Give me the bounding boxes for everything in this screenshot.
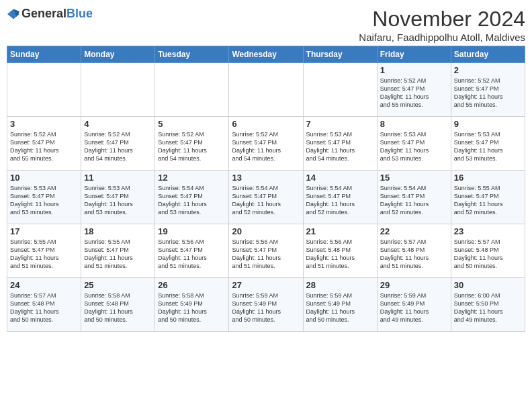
header-saturday: Saturday [451,46,525,63]
day-cell: 11Sunrise: 5:53 AM Sunset: 5:47 PM Dayli… [81,171,155,224]
day-cell: 23Sunrise: 5:57 AM Sunset: 5:48 PM Dayli… [451,224,525,278]
day-number: 27 [232,280,300,290]
day-cell: 27Sunrise: 5:59 AM Sunset: 5:49 PM Dayli… [229,278,303,332]
day-cell [303,63,377,117]
day-info: Sunrise: 5:58 AM Sunset: 5:48 PM Dayligh… [84,291,152,324]
day-cell: 26Sunrise: 5:58 AM Sunset: 5:49 PM Dayli… [155,278,229,332]
day-number: 25 [84,280,152,290]
header-thursday: Thursday [303,46,377,63]
day-cell: 15Sunrise: 5:54 AM Sunset: 5:47 PM Dayli… [377,171,451,224]
calendar-body: 1Sunrise: 5:52 AM Sunset: 5:47 PM Daylig… [7,63,525,332]
day-info: Sunrise: 5:52 AM Sunset: 5:47 PM Dayligh… [232,130,300,163]
location-title: Naifaru, Faadhippolhu Atoll, Maldives [359,32,525,43]
day-cell: 22Sunrise: 5:57 AM Sunset: 5:48 PM Dayli… [377,224,451,278]
day-info: Sunrise: 5:52 AM Sunset: 5:47 PM Dayligh… [454,77,522,109]
week-row-0: 1Sunrise: 5:52 AM Sunset: 5:47 PM Daylig… [7,63,525,117]
calendar-header: SundayMondayTuesdayWednesdayThursdayFrid… [7,46,525,63]
day-number: 4 [84,119,152,129]
day-info: Sunrise: 5:52 AM Sunset: 5:47 PM Dayligh… [84,130,152,163]
day-number: 29 [380,280,448,290]
day-number: 6 [232,119,300,129]
day-number: 22 [380,226,448,236]
page-header: GeneralBlue November 2024 Naifaru, Faadh… [7,7,525,43]
day-info: Sunrise: 5:53 AM Sunset: 5:47 PM Dayligh… [380,130,448,163]
day-cell [229,63,303,117]
day-number: 23 [454,226,522,236]
day-cell: 10Sunrise: 5:53 AM Sunset: 5:47 PM Dayli… [7,171,81,224]
day-number: 13 [232,173,300,183]
day-number: 16 [454,173,522,183]
day-cell: 3Sunrise: 5:52 AM Sunset: 5:47 PM Daylig… [7,117,81,171]
week-row-3: 17Sunrise: 5:55 AM Sunset: 5:47 PM Dayli… [7,224,525,278]
logo-icon [7,7,20,21]
day-cell: 6Sunrise: 5:52 AM Sunset: 5:47 PM Daylig… [229,117,303,171]
day-number: 1 [380,65,448,75]
day-cell: 9Sunrise: 5:53 AM Sunset: 5:47 PM Daylig… [451,117,525,171]
day-number: 2 [454,65,522,75]
day-cell: 20Sunrise: 5:56 AM Sunset: 5:47 PM Dayli… [229,224,303,278]
calendar-table: SundayMondayTuesdayWednesdayThursdayFrid… [7,46,525,332]
day-number: 17 [10,226,78,236]
week-row-4: 24Sunrise: 5:57 AM Sunset: 5:48 PM Dayli… [7,278,525,332]
day-number: 20 [232,226,300,236]
day-info: Sunrise: 5:58 AM Sunset: 5:49 PM Dayligh… [158,291,226,324]
day-cell: 8Sunrise: 5:53 AM Sunset: 5:47 PM Daylig… [377,117,451,171]
week-row-2: 10Sunrise: 5:53 AM Sunset: 5:47 PM Dayli… [7,171,525,224]
day-cell: 30Sunrise: 6:00 AM Sunset: 5:50 PM Dayli… [451,278,525,332]
month-title: November 2024 [359,7,525,32]
day-info: Sunrise: 5:54 AM Sunset: 5:47 PM Dayligh… [380,184,448,217]
day-cell: 5Sunrise: 5:52 AM Sunset: 5:47 PM Daylig… [155,117,229,171]
title-area: November 2024 Naifaru, Faadhippolhu Atol… [359,7,525,43]
day-info: Sunrise: 5:52 AM Sunset: 5:47 PM Dayligh… [158,130,226,163]
day-number: 10 [10,173,78,183]
day-cell: 1Sunrise: 5:52 AM Sunset: 5:47 PM Daylig… [377,63,451,117]
day-cell: 25Sunrise: 5:58 AM Sunset: 5:48 PM Dayli… [81,278,155,332]
day-number: 14 [306,173,374,183]
day-number: 7 [306,119,374,129]
day-info: Sunrise: 5:56 AM Sunset: 5:48 PM Dayligh… [306,238,374,271]
day-cell: 29Sunrise: 5:59 AM Sunset: 5:49 PM Dayli… [377,278,451,332]
day-info: Sunrise: 5:54 AM Sunset: 5:47 PM Dayligh… [232,184,300,217]
header-row: SundayMondayTuesdayWednesdayThursdayFrid… [7,46,525,63]
day-cell: 7Sunrise: 5:53 AM Sunset: 5:47 PM Daylig… [303,117,377,171]
day-info: Sunrise: 5:52 AM Sunset: 5:47 PM Dayligh… [10,130,78,163]
day-info: Sunrise: 5:53 AM Sunset: 5:47 PM Dayligh… [84,184,152,217]
day-cell [155,63,229,117]
day-cell: 21Sunrise: 5:56 AM Sunset: 5:48 PM Dayli… [303,224,377,278]
week-row-1: 3Sunrise: 5:52 AM Sunset: 5:47 PM Daylig… [7,117,525,171]
logo: GeneralBlue [7,7,93,21]
day-number: 28 [306,280,374,290]
day-cell [7,63,81,117]
day-info: Sunrise: 5:57 AM Sunset: 5:48 PM Dayligh… [380,238,448,271]
day-cell: 16Sunrise: 5:55 AM Sunset: 5:47 PM Dayli… [451,171,525,224]
day-info: Sunrise: 5:55 AM Sunset: 5:47 PM Dayligh… [10,238,78,271]
day-cell: 14Sunrise: 5:54 AM Sunset: 5:47 PM Dayli… [303,171,377,224]
day-cell: 12Sunrise: 5:54 AM Sunset: 5:47 PM Dayli… [155,171,229,224]
day-info: Sunrise: 6:00 AM Sunset: 5:50 PM Dayligh… [454,291,522,324]
header-sunday: Sunday [7,46,81,63]
day-info: Sunrise: 5:57 AM Sunset: 5:48 PM Dayligh… [10,291,78,324]
day-info: Sunrise: 5:53 AM Sunset: 5:47 PM Dayligh… [454,130,522,163]
header-wednesday: Wednesday [229,46,303,63]
header-friday: Friday [377,46,451,63]
day-number: 3 [10,119,78,129]
day-cell: 24Sunrise: 5:57 AM Sunset: 5:48 PM Dayli… [7,278,81,332]
day-cell: 2Sunrise: 5:52 AM Sunset: 5:47 PM Daylig… [451,63,525,117]
day-info: Sunrise: 5:55 AM Sunset: 5:47 PM Dayligh… [84,238,152,271]
day-number: 18 [84,226,152,236]
day-info: Sunrise: 5:59 AM Sunset: 5:49 PM Dayligh… [232,291,300,324]
logo-blue: Blue [66,7,93,20]
day-info: Sunrise: 5:54 AM Sunset: 5:47 PM Dayligh… [158,184,226,217]
day-cell: 19Sunrise: 5:56 AM Sunset: 5:47 PM Dayli… [155,224,229,278]
day-cell: 17Sunrise: 5:55 AM Sunset: 5:47 PM Dayli… [7,224,81,278]
day-info: Sunrise: 5:55 AM Sunset: 5:47 PM Dayligh… [454,184,522,217]
day-info: Sunrise: 5:53 AM Sunset: 5:47 PM Dayligh… [10,184,78,217]
day-cell: 13Sunrise: 5:54 AM Sunset: 5:47 PM Dayli… [229,171,303,224]
day-number: 19 [158,226,226,236]
day-info: Sunrise: 5:53 AM Sunset: 5:47 PM Dayligh… [306,130,374,163]
day-number: 21 [306,226,374,236]
day-number: 11 [84,173,152,183]
day-number: 26 [158,280,226,290]
logo-general: General [21,7,66,20]
day-number: 8 [380,119,448,129]
